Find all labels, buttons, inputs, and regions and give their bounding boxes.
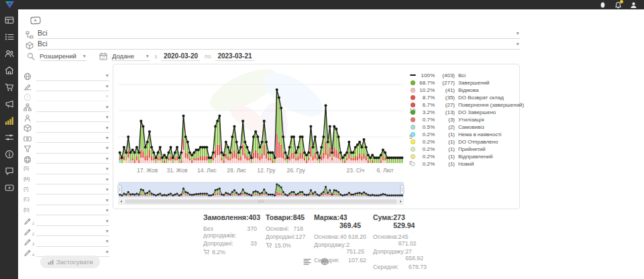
chevron-down-icon: ▼ — [105, 85, 109, 89]
sidebar-item-reviews[interactable] — [5, 166, 14, 176]
legend-count: (41) — [438, 87, 455, 93]
calendar-icon[interactable]: 17 — [99, 52, 107, 60]
legend-dot-swatch — [411, 140, 415, 144]
legend-item[interactable]: 0.2% (1) Відправлений — [409, 154, 518, 160]
legend-dot-swatch — [411, 103, 415, 107]
chevron-down-icon: ▼ — [516, 42, 520, 47]
help-icon: ? — [23, 93, 32, 101]
legend-dot-swatch — [411, 117, 415, 122]
legend-item[interactable]: 68.7% (277) Завершений — [409, 80, 518, 86]
legend-item[interactable]: 0.2% (1) DO Отправлено — [409, 139, 518, 145]
navigator-handle[interactable] — [400, 185, 404, 194]
filter-tag-c-select[interactable]: ▼ — [36, 197, 109, 205]
legend-item[interactable]: 0.2% (1) Нема в наявності — [409, 131, 518, 137]
cart-icon — [266, 242, 272, 249]
sidebar-item-marketing[interactable] — [5, 99, 14, 109]
notifications-icon[interactable] — [614, 1, 622, 9]
legend-label: DO Завершено — [458, 109, 496, 115]
legend-item[interactable]: 0.2% (1) Новий — [409, 161, 518, 167]
legend-item[interactable]: 0.7% (3) Утилізація — [409, 117, 518, 123]
support-icon[interactable] — [630, 1, 637, 9]
apply-button[interactable]: Застосувати — [40, 256, 100, 268]
product-filter-row: Всі ▼ — [25, 40, 520, 50]
filter-custom-3-select[interactable]: ▼ — [36, 238, 109, 247]
main-sidebar — [0, 9, 18, 279]
tag-d-icon: {D} — [23, 207, 32, 215]
tree-icon — [25, 31, 34, 39]
chevron-down-icon: ▼ — [105, 157, 109, 162]
sidebar-item-settings[interactable] — [5, 133, 14, 142]
edit-icon — [23, 82, 32, 91]
tag-c-icon: {C} — [23, 197, 32, 205]
filter-geo-select[interactable]: ▼ — [36, 72, 109, 81]
sidebar-item-analytics[interactable] — [5, 116, 14, 125]
stat-subrow: Основна: 245 871.02 — [373, 233, 427, 247]
filter-product-select[interactable]: ▼ — [36, 124, 109, 133]
stat-subrow: Допродажу: 27 658.92 — [373, 248, 427, 262]
legend-dot-swatch — [411, 80, 415, 85]
svg-text:12. Гру: 12. Гру — [257, 167, 276, 174]
sidebar-item-store[interactable] — [5, 66, 14, 75]
navigator-handle[interactable] — [118, 185, 121, 194]
legend-item[interactable]: 6.7% (27) Повернення (завершений) — [409, 102, 518, 108]
legend-item[interactable]: 8.7% (35) DO Возврат склад — [409, 95, 518, 101]
search-date-row: Розширений ▼ 17 Додане ▼ з 2020-03-20 по… — [27, 50, 254, 61]
sidebar-item-customers[interactable] — [5, 49, 14, 58]
chevron-down-icon: ▼ — [105, 239, 109, 244]
filter-structure-select[interactable]: ▼ — [36, 103, 109, 112]
legend-item[interactable]: 0.2% (1) Прийнятий — [409, 146, 518, 152]
sidebar-item-dashboard[interactable] — [5, 15, 14, 25]
filter-edit-select[interactable]: ▼ — [36, 82, 109, 91]
box-view-icon[interactable] — [321, 258, 329, 266]
list-view-icon[interactable] — [303, 258, 311, 266]
date-field-select[interactable]: Додане ▼ — [112, 53, 150, 61]
filter-row-tag-d: {D} ▼ — [23, 207, 109, 216]
chevron-down-icon: ▼ — [83, 54, 87, 59]
stat-cart-row: 8.2% — [203, 249, 257, 256]
chevron-down-icon: ▼ — [516, 32, 520, 36]
filter-site-select[interactable]: ▼ — [36, 155, 109, 164]
filter-manager-select[interactable]: ▼ — [36, 113, 109, 122]
search-icon[interactable] — [27, 52, 35, 60]
legend-count: (3) — [438, 117, 455, 123]
date-from-input[interactable]: 2020-03-20 — [162, 52, 200, 61]
user-icon[interactable] — [599, 1, 606, 9]
legend-item[interactable]: 100% (403) Всі — [409, 72, 518, 78]
legend-label: Відмова — [458, 87, 478, 93]
sidebar-item-video[interactable] — [5, 183, 14, 192]
category-select[interactable]: Всі ▼ — [38, 30, 520, 39]
date-to-input[interactable]: 2023-03-21 — [215, 52, 254, 61]
stat-header: Товари: 845 — [266, 213, 303, 221]
product-select[interactable]: Всі ▼ — [38, 40, 520, 50]
filter-custom-1-select[interactable]: ▼ — [36, 217, 109, 226]
legend-count: (403) — [438, 72, 455, 78]
filter-tag-s-select[interactable]: ▼ — [36, 166, 109, 174]
legend-item[interactable]: 10.2% (41) Відмова — [409, 87, 518, 93]
legend-count: (1) — [438, 139, 455, 145]
sidebar-item-purchases[interactable] — [5, 82, 14, 92]
legend-item[interactable]: 0.5% (2) Самовивіз — [409, 124, 518, 130]
legend-percent: 0.2% — [417, 139, 435, 145]
search-mode-select[interactable]: Розширений ▼ — [40, 53, 87, 61]
brand-logo-icon[interactable] — [5, 1, 15, 9]
chevron-down-icon: ▼ — [105, 74, 109, 78]
tag-m-icon: {M} — [23, 176, 32, 184]
filter-help-select[interactable]: ▼ — [36, 93, 109, 101]
legend-dot-swatch — [411, 110, 415, 115]
filter-tag-m-select[interactable]: ▼ — [36, 176, 109, 184]
svg-text:31. Жов: 31. Жов — [166, 167, 188, 174]
filter-funnel-select[interactable]: ▼ — [36, 145, 109, 154]
legend-dot-swatch — [411, 132, 415, 137]
filter-tag-d-select[interactable]: ▼ — [36, 207, 109, 215]
filter-custom-2-select[interactable]: ▼ — [36, 227, 109, 236]
svg-text:28. Лис: 28. Лис — [227, 167, 247, 174]
sidebar-item-orders[interactable] — [5, 32, 14, 42]
sidebar-item-info[interactable] — [5, 150, 14, 159]
filter-tag-t-select[interactable]: ▼ — [36, 186, 109, 194]
legend-item[interactable]: 3.2% (13) DO Завершено — [409, 109, 518, 115]
main-content: Всі ▼ Всі ▼ Розширений ▼ 17 — [18, 9, 644, 279]
video-help-icon[interactable] — [30, 16, 41, 25]
filter-payment-select[interactable]: ▼ — [36, 134, 109, 143]
tag-t-icon: {T} — [23, 186, 32, 194]
svg-text:6. Лют: 6. Лют — [377, 167, 394, 174]
